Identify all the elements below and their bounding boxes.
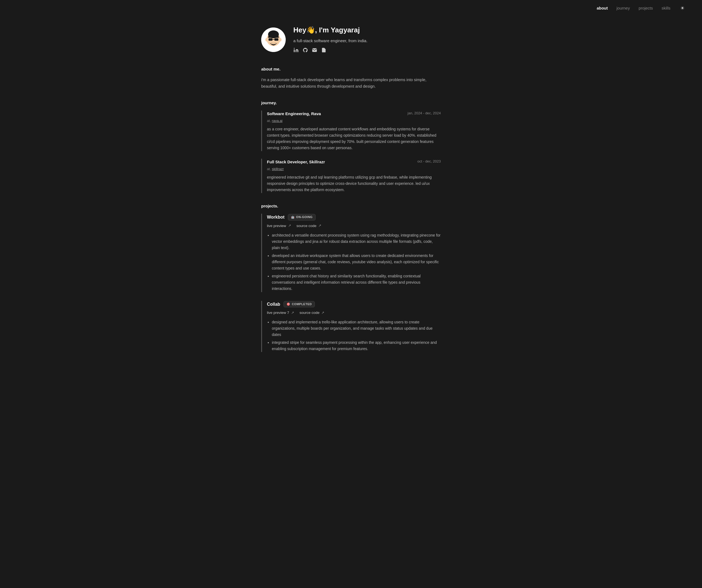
journey-company-link-0[interactable]: rava.ai: [272, 119, 282, 123]
main-content: Hey👋, I'm Yagyaraj a full-stack software…: [256, 16, 446, 378]
project-bullet-0-1: developed an intuitive workspace system …: [272, 253, 441, 271]
project-name-1: Collab: [267, 301, 280, 308]
project-item-1: Collab 🎯 COMPLETED live preview 7 ↗ sour…: [261, 301, 441, 352]
journey-section-title: journey.: [261, 100, 441, 106]
project-item-0: Workbot 🤖 ON-GOING live preview ↗ source…: [261, 214, 441, 292]
projects-section: projects. Workbot 🤖 ON-GOING live previe…: [261, 203, 441, 352]
project-source-label-0: source code: [297, 223, 317, 229]
journey-item-0: Software Engineering, Rava jan, 2024 - d…: [261, 110, 441, 151]
journey-section: journey. Software Engineering, Rava jan,…: [261, 100, 441, 193]
badge-emoji-0: 🤖: [291, 215, 295, 220]
journey-title-0: Software Engineering, Rava: [267, 110, 321, 117]
profile-info: Hey👋, I'm Yagyaraj a full-stack software…: [293, 24, 368, 55]
svg-point-8: [294, 47, 295, 48]
profile-header: Hey👋, I'm Yagyaraj a full-stack software…: [261, 24, 441, 55]
about-section-title: about me.: [261, 66, 441, 72]
journey-header-0: Software Engineering, Rava jan, 2024 - d…: [267, 110, 441, 117]
project-live-label-0: live preview: [267, 223, 286, 229]
project-badge-0: 🤖 ON-GOING: [288, 214, 316, 220]
nav-about[interactable]: about: [597, 5, 608, 11]
badge-label-0: ON-GOING: [296, 215, 313, 220]
about-section: about me. i'm a passionate full-stack de…: [261, 66, 441, 90]
project-live-preview-1[interactable]: live preview 7 ↗: [267, 310, 294, 316]
source-code-arrow-1: ↗: [321, 310, 324, 316]
journey-company-0: at, rava.ai: [267, 118, 441, 124]
project-header-0: Workbot 🤖 ON-GOING: [267, 214, 441, 221]
source-code-arrow-0: ↗: [318, 223, 321, 229]
social-icons: [293, 47, 368, 55]
svg-rect-4: [274, 38, 278, 41]
nav-skills[interactable]: skills: [662, 5, 671, 11]
svg-rect-3: [268, 38, 272, 41]
journey-item-1: Full Stack Developer, Skillrazr oct - de…: [261, 159, 441, 193]
project-badge-1: 🎯 COMPLETED: [283, 301, 315, 308]
project-links-0: live preview ↗ source code ↗: [267, 223, 441, 229]
profile-name: Hey👋, I'm Yagyaraj: [293, 24, 368, 36]
journey-company-1: at, skillrazr: [267, 166, 441, 172]
resume-icon[interactable]: [321, 47, 327, 55]
journey-header-1: Full Stack Developer, Skillrazr oct - de…: [267, 159, 441, 165]
svg-point-7: [279, 38, 281, 42]
journey-desc-0: as a core engineer, developed automated …: [267, 126, 441, 151]
project-bullet-1-0: designed and implemented a trello-like a…: [272, 319, 441, 338]
project-bullet-0-0: architected a versatile document process…: [272, 232, 441, 251]
about-text: i'm a passionate full-stack developer wh…: [261, 77, 441, 90]
project-bullets-0: architected a versatile document process…: [267, 232, 441, 292]
journey-title-1: Full Stack Developer, Skillrazr: [267, 159, 325, 165]
project-bullet-0-2: engineered persistent chat history and s…: [272, 273, 441, 292]
journey-date-0: jan, 2024 - dec, 2024: [407, 110, 441, 116]
live-preview-arrow-0: ↗: [288, 223, 291, 229]
project-source-code-1[interactable]: source code ↗: [300, 310, 325, 316]
project-live-label-1: live preview 7: [267, 310, 289, 316]
github-icon[interactable]: [303, 47, 308, 55]
project-links-1: live preview 7 ↗ source code ↗: [267, 310, 441, 316]
email-icon[interactable]: [312, 47, 317, 55]
project-header-1: Collab 🎯 COMPLETED: [267, 301, 441, 308]
badge-emoji-1: 🎯: [286, 302, 290, 307]
theme-toggle-icon[interactable]: ☀: [679, 5, 686, 11]
project-bullet-1-1: integrated stripe for seamless payment p…: [272, 339, 441, 352]
project-bullets-1: designed and implemented a trello-like a…: [267, 319, 441, 352]
journey-company-link-1[interactable]: skillrazr: [272, 167, 284, 171]
navigation: about journey projects skills ☀: [0, 0, 702, 16]
live-preview-arrow-1: ↗: [291, 310, 294, 316]
nav-journey[interactable]: journey: [616, 5, 630, 11]
project-source-code-0[interactable]: source code ↗: [297, 223, 322, 229]
journey-date-1: oct - dec, 2023: [418, 159, 441, 165]
project-live-preview-0[interactable]: live preview ↗: [267, 223, 291, 229]
profile-subtitle: a full-stack software engineer, from ind…: [293, 37, 368, 44]
project-name-0: Workbot: [267, 214, 284, 221]
badge-label-1: COMPLETED: [292, 302, 312, 307]
linkedin-icon[interactable]: [293, 47, 299, 55]
avatar: [261, 27, 286, 52]
svg-point-6: [265, 38, 268, 42]
journey-desc-1: engineered interactive git and sql learn…: [267, 174, 441, 193]
nav-projects[interactable]: projects: [638, 5, 653, 11]
projects-section-title: projects.: [261, 203, 441, 209]
project-source-label-1: source code: [300, 310, 320, 316]
